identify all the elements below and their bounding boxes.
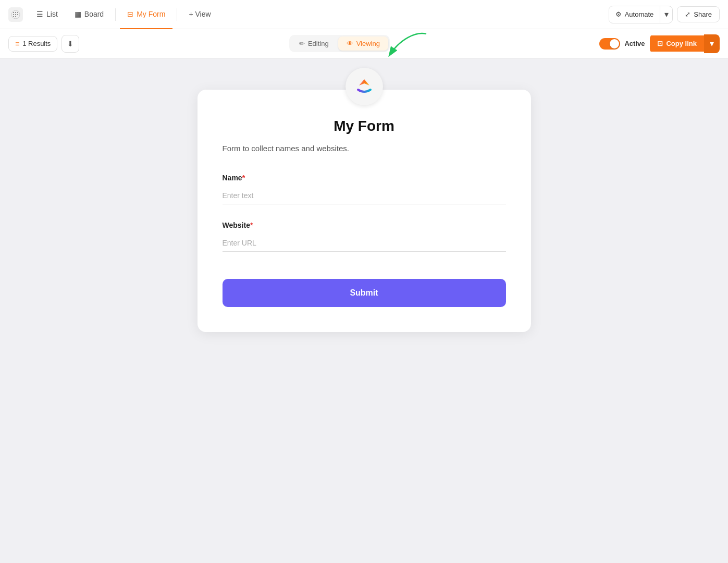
nav-tab-board[interactable]: ▦ Board xyxy=(67,0,111,29)
editing-viewing-group: ✏ Editing 👁 Viewing xyxy=(289,35,390,52)
nav-right: ⚙ Automate ▾ ⤢ Share xyxy=(609,6,720,23)
form-logo-wrap xyxy=(223,68,506,105)
automate-button[interactable]: ⚙ Automate xyxy=(609,7,660,22)
results-button[interactable]: ≡ 1 Results xyxy=(8,36,57,52)
editing-button[interactable]: ✏ Editing xyxy=(291,36,337,51)
share-icon: ⤢ xyxy=(685,10,690,18)
name-input[interactable] xyxy=(223,187,506,204)
share-button[interactable]: ⤢ Share xyxy=(677,6,720,22)
form-card: My Form Form to collect names and websit… xyxy=(198,90,531,332)
green-arrow-annotation xyxy=(385,29,431,62)
form-logo-circle xyxy=(346,68,383,105)
download-button[interactable]: ⬇ xyxy=(61,35,79,53)
submit-button[interactable]: Submit xyxy=(223,279,506,307)
active-label: Active xyxy=(624,40,645,47)
list-icon: ☰ xyxy=(36,10,43,18)
copy-link-icon: ⊡ xyxy=(657,40,663,47)
nav-tab-myform[interactable]: ⊟ My Form xyxy=(120,0,172,29)
copy-link-caret[interactable]: ▾ xyxy=(704,34,720,53)
copy-link-button[interactable]: ⊡ Copy link xyxy=(650,35,704,52)
active-toggle: Active xyxy=(599,38,645,50)
copy-link-wrap: ⊡ Copy link ▾ xyxy=(650,34,720,53)
toolbar-right: Active ⊡ Copy link ▾ xyxy=(599,34,720,53)
main-content: My Form Form to collect names and websit… xyxy=(0,58,728,563)
app-logo xyxy=(8,7,23,22)
form-title: My Form xyxy=(223,118,506,134)
pencil-icon: ✏ xyxy=(299,40,305,47)
top-nav: ☰ List ▦ Board ⊟ My Form + View ⚙ Automa… xyxy=(0,0,728,29)
svg-rect-7 xyxy=(13,16,14,17)
eye-icon: 👁 xyxy=(347,40,353,47)
board-icon: ▦ xyxy=(75,10,81,18)
toggle-thumb xyxy=(610,39,619,48)
form-icon: ⊟ xyxy=(127,10,133,18)
website-input[interactable] xyxy=(223,235,506,252)
nav-tab-addview[interactable]: + View xyxy=(181,0,218,29)
viewing-button[interactable]: 👁 Viewing xyxy=(338,36,388,51)
automate-caret[interactable]: ▾ xyxy=(660,6,672,23)
svg-rect-4 xyxy=(13,14,14,15)
name-label: Name* xyxy=(223,174,506,182)
svg-rect-3 xyxy=(17,12,18,13)
automate-icon: ⚙ xyxy=(615,10,622,18)
nav-divider xyxy=(115,8,116,21)
download-icon: ⬇ xyxy=(67,40,73,48)
website-required: * xyxy=(250,221,253,229)
website-field: Website* xyxy=(223,221,506,252)
form-description: Form to collect names and websites. xyxy=(223,143,506,155)
name-field: Name* xyxy=(223,174,506,204)
svg-rect-1 xyxy=(13,12,14,13)
nav-divider-2 xyxy=(177,8,177,21)
nav-tab-list[interactable]: ☰ List xyxy=(29,0,65,29)
results-icon: ≡ xyxy=(15,40,19,48)
svg-rect-6 xyxy=(17,14,18,15)
website-label: Website* xyxy=(223,221,506,229)
toolbar-left: ≡ 1 Results ⬇ xyxy=(8,35,79,53)
svg-rect-5 xyxy=(15,14,16,15)
svg-rect-2 xyxy=(15,12,16,13)
svg-rect-8 xyxy=(15,16,16,17)
name-required: * xyxy=(242,174,245,182)
toolbar-center: ✏ Editing 👁 Viewing xyxy=(79,35,599,52)
automate-button-wrap: ⚙ Automate ▾ xyxy=(609,6,673,23)
toggle-track[interactable] xyxy=(599,38,620,50)
toolbar: ≡ 1 Results ⬇ ✏ Editing 👁 Viewing xyxy=(0,29,728,58)
